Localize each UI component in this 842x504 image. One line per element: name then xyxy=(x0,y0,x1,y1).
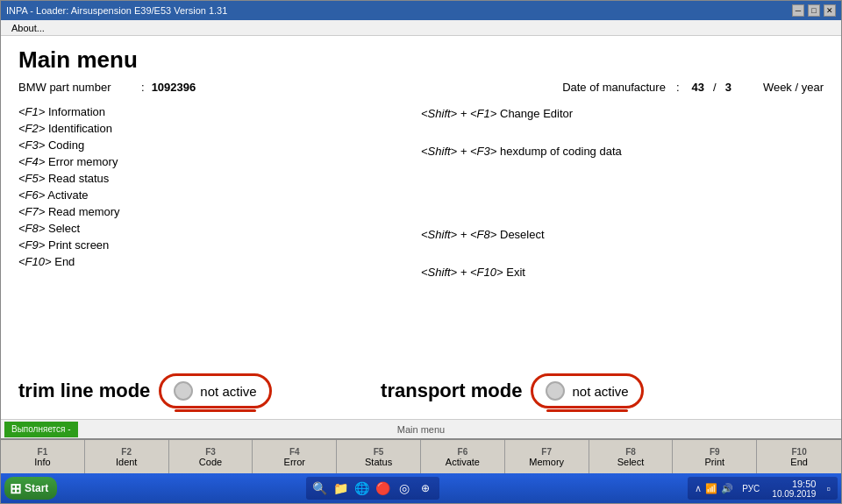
right-menu: <Shift> + <F1> Change Editor <Shift> + <… xyxy=(421,104,824,370)
vypolnyaetsya-bar: Выполняется - Main menu xyxy=(1,419,841,438)
window-controls: ─ □ ✕ xyxy=(792,4,836,17)
tray-arrow[interactable]: ∧ xyxy=(695,483,702,494)
trim-mode-label: trim line mode xyxy=(18,380,150,402)
status-row: trim line mode not active transport mode… xyxy=(18,373,824,408)
taskbar-icon-magnifier[interactable]: 🔍 xyxy=(311,479,329,497)
menu-bar: About... xyxy=(1,20,841,36)
transport-section: transport mode not active xyxy=(381,373,824,408)
system-tray: ∧ 📶 🔊 РУС 19:50 10.09.2019 ▫ xyxy=(688,477,838,500)
transport-mode-label: transport mode xyxy=(381,380,522,402)
trim-section: trim line mode not active xyxy=(18,373,381,408)
fn-key-f8[interactable]: F8 Select xyxy=(589,440,674,473)
system-clock[interactable]: 19:50 10.09.2019 xyxy=(772,479,816,499)
tray-language[interactable]: РУС xyxy=(742,484,760,493)
tray-icons: ∧ 📶 🔊 xyxy=(695,483,733,494)
shift-f8[interactable]: <Shift> + <F8> Deselect xyxy=(421,227,824,242)
taskbar-icons: 🔍 📁 🌐 🔴 ◎ ⊕ xyxy=(306,477,439,500)
menu-f3[interactable]: <F3> Coding xyxy=(18,138,421,153)
taskbar-icon-bmw[interactable]: ⊕ xyxy=(417,479,434,497)
menu-f4[interactable]: <F4> Error memory xyxy=(18,154,421,169)
trim-indicator xyxy=(174,381,193,401)
date-year: 3 xyxy=(725,81,731,94)
transport-status-oval: not active xyxy=(531,373,643,408)
menu-grid: <F1> Information <F2> Identification <F3… xyxy=(18,104,824,370)
vypolnyaetsya-button[interactable]: Выполняется - xyxy=(4,422,78,437)
fn-key-bar: F1 Info F2 Ident F3 Code F4 Error F5 Sta… xyxy=(1,438,841,473)
fn-key-f3[interactable]: F3 Code xyxy=(169,440,253,473)
menu-f1[interactable]: <F1> Information xyxy=(18,104,421,119)
trim-status-oval: not active xyxy=(159,373,271,408)
trim-underline xyxy=(175,409,255,412)
trim-status-text: not active xyxy=(200,384,256,399)
menu-f8[interactable]: <F8> Select xyxy=(18,221,421,236)
fn-key-f4[interactable]: F4 Error xyxy=(253,440,337,473)
fn-key-f7[interactable]: F7 Memory xyxy=(505,440,589,473)
week-year-label: Week / year xyxy=(763,81,824,94)
taskbar-icon-folder[interactable]: 📁 xyxy=(332,479,350,497)
taskbar-icon-steam[interactable]: ◎ xyxy=(396,479,413,497)
trim-status-wrapper: not active xyxy=(159,373,271,408)
date-info: Date of manufacture : 43 / 3 Week / year xyxy=(562,81,824,94)
fn-key-f1[interactable]: F1 Info xyxy=(1,440,85,473)
shift-f1[interactable]: <Shift> + <F1> Change Editor xyxy=(421,106,824,121)
fn-key-f5[interactable]: F5 Status xyxy=(337,440,421,473)
about-menu-item[interactable]: About... xyxy=(8,23,48,33)
fn-key-f10[interactable]: F10 End xyxy=(757,440,841,473)
date-week: 43 xyxy=(692,81,704,94)
tray-notification[interactable]: ▫ xyxy=(826,482,831,495)
windows-taskbar: ⊞ Start 🔍 📁 🌐 🔴 ◎ ⊕ ∧ 📶 🔊 РУС 19:50 10.0… xyxy=(1,473,841,503)
close-button[interactable]: ✕ xyxy=(824,4,836,17)
bmw-part-value: 1092396 xyxy=(152,81,196,94)
content-area: Main menu BMW part number : 1092396 Date… xyxy=(1,36,841,419)
taskbar-icon-edge[interactable]: 🌐 xyxy=(353,479,371,497)
minimize-button[interactable]: ─ xyxy=(792,4,804,17)
shift-f10[interactable]: <Shift> + <F10> Exit xyxy=(421,265,824,280)
maximize-button[interactable]: □ xyxy=(808,4,820,17)
transport-status-wrapper: not active xyxy=(531,373,643,408)
menu-f9[interactable]: <F9> Print screen xyxy=(18,238,421,252)
transport-underline xyxy=(546,409,627,412)
start-button[interactable]: ⊞ Start xyxy=(4,477,57,500)
taskbar-icon-chrome[interactable]: 🔴 xyxy=(375,479,392,497)
shift-f3[interactable]: <Shift> + <F3> hexdump of coding data xyxy=(421,144,824,159)
tray-speaker[interactable]: 🔊 xyxy=(721,483,733,494)
menu-f6[interactable]: <F6> Activate xyxy=(18,188,421,202)
date-label: Date of manufacture xyxy=(562,81,666,94)
page-title: Main menu xyxy=(18,46,824,74)
info-row: BMW part number : 1092396 Date of manufa… xyxy=(18,81,824,94)
left-menu: <F1> Information <F2> Identification <F3… xyxy=(18,104,421,370)
fn-key-f2[interactable]: F2 Ident xyxy=(85,440,169,473)
title-bar: INPA - Loader: Airsuspension E39/E53 Ver… xyxy=(1,1,841,20)
main-menu-center-label: Main menu xyxy=(397,424,445,435)
window-title: INPA - Loader: Airsuspension E39/E53 Ver… xyxy=(6,5,227,16)
tray-network[interactable]: 📶 xyxy=(705,483,717,494)
clock-date: 10.09.2019 xyxy=(772,489,816,499)
transport-status-text: not active xyxy=(572,384,628,399)
fn-key-f9[interactable]: F9 Print xyxy=(673,440,757,473)
menu-f5[interactable]: <F5> Read status xyxy=(18,171,421,186)
bmw-part-label: BMW part number xyxy=(18,81,132,94)
menu-f2[interactable]: <F2> Identification xyxy=(18,121,421,136)
date-separator: / xyxy=(713,81,717,94)
clock-time: 19:50 xyxy=(792,479,817,489)
fn-key-f6[interactable]: F6 Activate xyxy=(421,440,505,473)
menu-f10[interactable]: <F10> End xyxy=(18,254,421,269)
transport-indicator xyxy=(546,381,565,401)
menu-f7[interactable]: <F7> Read memory xyxy=(18,204,421,219)
